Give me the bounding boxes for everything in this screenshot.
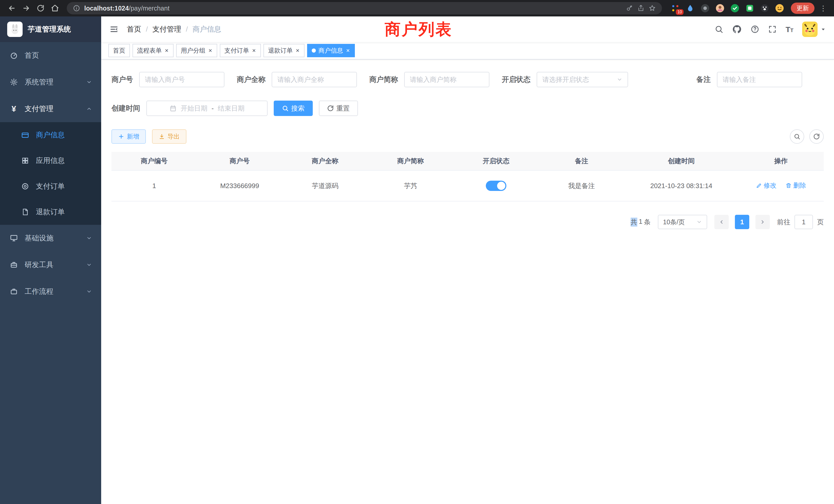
breadcrumb-home[interactable]: 首页 xyxy=(127,24,141,34)
table-toolbar: 新增 导出 xyxy=(111,129,824,144)
reset-button[interactable]: 重置 xyxy=(319,100,358,116)
col-full-name: 商户全称 xyxy=(282,152,368,170)
add-button-label: 新增 xyxy=(127,132,139,141)
next-page-button[interactable] xyxy=(755,215,770,229)
font-size-icon[interactable]: TT xyxy=(786,25,793,34)
tab-close-icon[interactable]: × xyxy=(164,47,169,54)
status-select-placeholder: 请选择开启状态 xyxy=(542,75,614,84)
extension-colordots-icon[interactable]: 10 xyxy=(670,3,680,13)
extension-dark-circle-icon[interactable] xyxy=(700,3,710,13)
cell-status xyxy=(454,170,539,201)
show-search-toggle-button[interactable] xyxy=(790,129,804,144)
filter-label: 创建时间 xyxy=(111,104,140,113)
edit-button[interactable]: 修改 xyxy=(756,181,776,190)
sidebar-item-app-info[interactable]: 应用信息 xyxy=(0,148,101,174)
dashboard-icon xyxy=(9,51,19,60)
extension-smiley-icon[interactable] xyxy=(774,3,785,13)
delete-button[interactable]: 删除 xyxy=(786,181,806,190)
page-size-select[interactable]: 10条/页 xyxy=(658,215,707,229)
extension-green-circle-icon[interactable] xyxy=(730,3,740,13)
password-key-icon[interactable] xyxy=(626,5,633,12)
browser-chrome: localhost:1024/pay/merchant 10 xyxy=(0,0,834,17)
back-button[interactable] xyxy=(5,2,19,15)
status-select[interactable]: 请选择开启状态 xyxy=(537,72,628,87)
breadcrumb-payment[interactable]: 支付管理 xyxy=(153,24,181,34)
tab-refund-order[interactable]: 退款订单 × xyxy=(263,44,305,57)
home-button[interactable] xyxy=(48,2,62,15)
cell-actions: 修改 删除 xyxy=(738,170,824,201)
sidebar-item-infrastructure[interactable]: 基础设施 xyxy=(0,225,101,251)
sidebar-item-label: 应用信息 xyxy=(36,156,65,165)
extension-avatar-icon[interactable] xyxy=(715,3,725,13)
share-icon[interactable] xyxy=(637,5,644,12)
sidebar-menu: 首页 系统管理 ¥ 支付管理 xyxy=(0,42,101,305)
user-menu[interactable] xyxy=(802,22,826,37)
sidebar-item-home[interactable]: 首页 xyxy=(0,42,101,69)
date-range-picker[interactable]: 开始日期 - 结束日期 xyxy=(146,100,267,116)
tab-process-form[interactable]: 流程表单 × xyxy=(132,44,174,57)
tab-close-icon[interactable]: × xyxy=(251,47,256,54)
remark-input[interactable] xyxy=(723,76,796,84)
export-button[interactable]: 导出 xyxy=(152,129,186,144)
fullscreen-icon[interactable] xyxy=(768,25,777,33)
chevron-down-icon xyxy=(86,235,92,241)
help-icon[interactable] xyxy=(750,25,759,33)
pagination-total: 共 1 条 xyxy=(631,217,651,227)
forward-button[interactable] xyxy=(20,2,33,15)
sidebar-item-pay-order[interactable]: 支付订单 xyxy=(0,174,101,199)
briefcase-icon xyxy=(9,288,19,296)
address-bar[interactable]: localhost:1024/pay/merchant xyxy=(67,2,662,14)
browser-menu-icon[interactable]: ⋮ xyxy=(817,4,829,13)
tab-merchant-info[interactable]: 商户信息 × xyxy=(307,44,355,57)
breadcrumb-separator: / xyxy=(146,25,148,33)
status-toggle[interactable] xyxy=(486,181,506,191)
sidebar-item-dev-tools[interactable]: 研发工具 xyxy=(0,251,101,278)
merchant-name-input[interactable] xyxy=(277,76,351,84)
tab-label: 用户分组 xyxy=(181,46,205,55)
site-info-icon[interactable] xyxy=(73,5,80,12)
browser-update-button[interactable]: 更新 xyxy=(791,3,814,14)
tab-close-icon[interactable]: × xyxy=(295,47,300,54)
tab-close-icon[interactable]: × xyxy=(346,47,350,54)
extension-drop-icon[interactable] xyxy=(685,3,695,13)
sidebar-item-workflow[interactable]: 工作流程 xyxy=(0,278,101,305)
add-button[interactable]: 新增 xyxy=(111,129,146,144)
col-create-time: 创建时间 xyxy=(624,152,738,170)
page-number-button[interactable]: 1 xyxy=(735,215,749,229)
refresh-table-button[interactable] xyxy=(809,129,824,144)
goto-page-input[interactable] xyxy=(794,215,813,229)
extension-green-square-icon[interactable] xyxy=(745,3,755,13)
merchant-name-input-wrap xyxy=(272,72,357,87)
monitor-icon xyxy=(9,234,19,242)
tab-pay-order[interactable]: 支付订单 × xyxy=(220,44,261,57)
search-button[interactable]: 搜索 xyxy=(274,100,313,116)
tab-user-group[interactable]: 用户分组 × xyxy=(176,44,217,57)
bookmark-star-icon[interactable] xyxy=(649,5,656,12)
cell-merchant-id: 1 xyxy=(111,170,197,201)
reset-button-label: 重置 xyxy=(336,104,350,113)
cell-remark: 我是备注 xyxy=(539,170,624,201)
sidebar-item-payment[interactable]: ¥ 支付管理 xyxy=(0,95,101,122)
sidebar-item-merchant-info[interactable]: 商户信息 xyxy=(0,122,101,148)
merchant-no-input[interactable] xyxy=(145,76,219,84)
reload-button[interactable] xyxy=(34,2,47,15)
tab-label: 首页 xyxy=(113,46,125,55)
app-logo[interactable]: 芋道管理系统 xyxy=(0,17,101,42)
tab-close-icon[interactable]: × xyxy=(208,47,213,54)
merchant-table: 商户编号 商户号 商户全称 商户简称 开启状态 备注 创建时间 操作 1 xyxy=(111,152,824,202)
prev-page-button[interactable] xyxy=(714,215,729,229)
filter-label: 商户号 xyxy=(111,75,133,85)
extension-paw-icon[interactable] xyxy=(760,3,770,13)
cell-create-time: 2021-10-23 08:31:14 xyxy=(624,170,738,201)
sidebar-item-label: 基础设施 xyxy=(25,233,53,243)
sidebar-item-refund-order[interactable]: 退款订单 xyxy=(0,199,101,225)
sidebar-toggle-icon[interactable] xyxy=(109,25,118,34)
tab-home[interactable]: 首页 xyxy=(108,44,130,57)
merchant-no-input-wrap xyxy=(139,72,224,87)
github-icon[interactable] xyxy=(732,24,742,34)
chevron-up-icon xyxy=(86,106,92,112)
merchant-short-name-input[interactable] xyxy=(410,76,484,84)
remark-input-wrap xyxy=(717,72,802,87)
search-icon[interactable] xyxy=(715,25,723,33)
sidebar-item-system[interactable]: 系统管理 xyxy=(0,69,101,95)
